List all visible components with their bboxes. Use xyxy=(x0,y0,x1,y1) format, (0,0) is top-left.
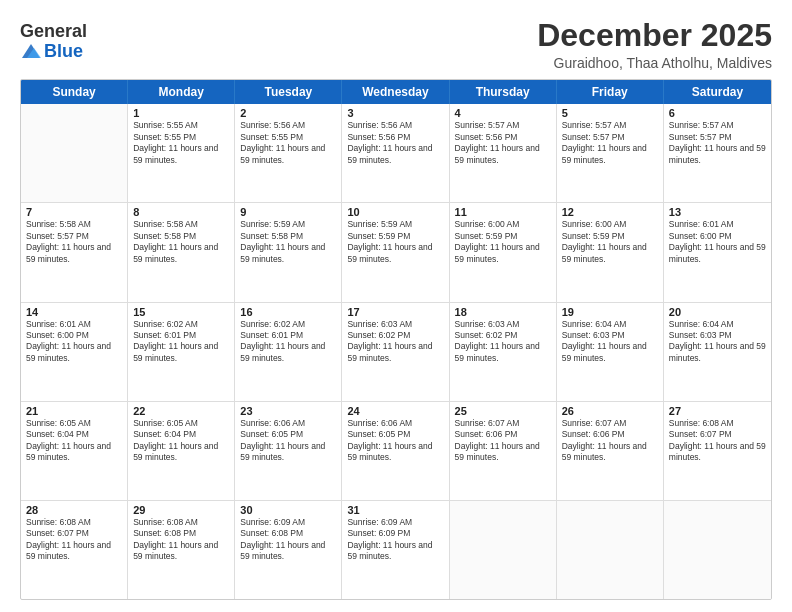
calendar-row: 1 Sunrise: 5:55 AMSunset: 5:55 PMDayligh… xyxy=(21,104,771,203)
table-row: 12 Sunrise: 6:00 AMSunset: 5:59 PMDaylig… xyxy=(557,203,664,301)
day-number: 12 xyxy=(562,206,658,218)
cell-info: Sunrise: 6:06 AMSunset: 6:05 PMDaylight:… xyxy=(347,418,432,462)
cell-info: Sunrise: 6:05 AMSunset: 6:04 PMDaylight:… xyxy=(26,418,111,462)
cell-info: Sunrise: 6:04 AMSunset: 6:03 PMDaylight:… xyxy=(562,319,647,363)
cell-info: Sunrise: 5:57 AMSunset: 5:56 PMDaylight:… xyxy=(455,120,540,164)
calendar-body: 1 Sunrise: 5:55 AMSunset: 5:55 PMDayligh… xyxy=(21,104,771,599)
cell-info: Sunrise: 6:02 AMSunset: 6:01 PMDaylight:… xyxy=(240,319,325,363)
table-row xyxy=(450,501,557,599)
table-row: 15 Sunrise: 6:02 AMSunset: 6:01 PMDaylig… xyxy=(128,303,235,401)
table-row xyxy=(21,104,128,202)
table-row: 23 Sunrise: 6:06 AMSunset: 6:05 PMDaylig… xyxy=(235,402,342,500)
cell-info: Sunrise: 5:56 AMSunset: 5:55 PMDaylight:… xyxy=(240,120,325,164)
cell-info: Sunrise: 5:58 AMSunset: 5:57 PMDaylight:… xyxy=(26,219,111,263)
day-number: 17 xyxy=(347,306,443,318)
cell-info: Sunrise: 6:08 AMSunset: 6:07 PMDaylight:… xyxy=(669,418,766,462)
table-row: 25 Sunrise: 6:07 AMSunset: 6:06 PMDaylig… xyxy=(450,402,557,500)
table-row: 31 Sunrise: 6:09 AMSunset: 6:09 PMDaylig… xyxy=(342,501,449,599)
cell-info: Sunrise: 5:55 AMSunset: 5:55 PMDaylight:… xyxy=(133,120,218,164)
day-header: Sunday xyxy=(21,80,128,104)
logo-blue-text: Blue xyxy=(20,40,83,62)
day-number: 2 xyxy=(240,107,336,119)
table-row: 24 Sunrise: 6:06 AMSunset: 6:05 PMDaylig… xyxy=(342,402,449,500)
day-number: 1 xyxy=(133,107,229,119)
cell-info: Sunrise: 6:04 AMSunset: 6:03 PMDaylight:… xyxy=(669,319,766,363)
table-row: 22 Sunrise: 6:05 AMSunset: 6:04 PMDaylig… xyxy=(128,402,235,500)
table-row: 29 Sunrise: 6:08 AMSunset: 6:08 PMDaylig… xyxy=(128,501,235,599)
table-row: 7 Sunrise: 5:58 AMSunset: 5:57 PMDayligh… xyxy=(21,203,128,301)
logo: General Blue xyxy=(20,22,87,62)
logo-blue-label: Blue xyxy=(44,42,83,60)
day-number: 15 xyxy=(133,306,229,318)
calendar-row: 21 Sunrise: 6:05 AMSunset: 6:04 PMDaylig… xyxy=(21,402,771,501)
table-row: 28 Sunrise: 6:08 AMSunset: 6:07 PMDaylig… xyxy=(21,501,128,599)
day-number: 9 xyxy=(240,206,336,218)
cell-info: Sunrise: 6:01 AMSunset: 6:00 PMDaylight:… xyxy=(26,319,111,363)
table-row: 26 Sunrise: 6:07 AMSunset: 6:06 PMDaylig… xyxy=(557,402,664,500)
day-header: Saturday xyxy=(664,80,771,104)
table-row: 16 Sunrise: 6:02 AMSunset: 6:01 PMDaylig… xyxy=(235,303,342,401)
day-number: 25 xyxy=(455,405,551,417)
calendar-header: SundayMondayTuesdayWednesdayThursdayFrid… xyxy=(21,80,771,104)
day-number: 20 xyxy=(669,306,766,318)
table-row: 8 Sunrise: 5:58 AMSunset: 5:58 PMDayligh… xyxy=(128,203,235,301)
day-number: 21 xyxy=(26,405,122,417)
table-row: 19 Sunrise: 6:04 AMSunset: 6:03 PMDaylig… xyxy=(557,303,664,401)
header-right: December 2025 Guraidhoo, Thaa Atholhu, M… xyxy=(537,18,772,71)
table-row: 4 Sunrise: 5:57 AMSunset: 5:56 PMDayligh… xyxy=(450,104,557,202)
day-number: 3 xyxy=(347,107,443,119)
cell-info: Sunrise: 6:03 AMSunset: 6:02 PMDaylight:… xyxy=(347,319,432,363)
day-header: Friday xyxy=(557,80,664,104)
day-number: 4 xyxy=(455,107,551,119)
day-number: 5 xyxy=(562,107,658,119)
table-row xyxy=(557,501,664,599)
day-header: Wednesday xyxy=(342,80,449,104)
day-number: 30 xyxy=(240,504,336,516)
table-row: 17 Sunrise: 6:03 AMSunset: 6:02 PMDaylig… xyxy=(342,303,449,401)
table-row: 20 Sunrise: 6:04 AMSunset: 6:03 PMDaylig… xyxy=(664,303,771,401)
day-number: 7 xyxy=(26,206,122,218)
location: Guraidhoo, Thaa Atholhu, Maldives xyxy=(537,55,772,71)
cell-info: Sunrise: 6:02 AMSunset: 6:01 PMDaylight:… xyxy=(133,319,218,363)
calendar: SundayMondayTuesdayWednesdayThursdayFrid… xyxy=(20,79,772,600)
table-row: 2 Sunrise: 5:56 AMSunset: 5:55 PMDayligh… xyxy=(235,104,342,202)
cell-info: Sunrise: 5:56 AMSunset: 5:56 PMDaylight:… xyxy=(347,120,432,164)
cell-info: Sunrise: 6:07 AMSunset: 6:06 PMDaylight:… xyxy=(455,418,540,462)
cell-info: Sunrise: 6:05 AMSunset: 6:04 PMDaylight:… xyxy=(133,418,218,462)
day-number: 28 xyxy=(26,504,122,516)
table-row: 3 Sunrise: 5:56 AMSunset: 5:56 PMDayligh… xyxy=(342,104,449,202)
day-number: 14 xyxy=(26,306,122,318)
day-number: 31 xyxy=(347,504,443,516)
table-row: 30 Sunrise: 6:09 AMSunset: 6:08 PMDaylig… xyxy=(235,501,342,599)
day-header: Monday xyxy=(128,80,235,104)
cell-info: Sunrise: 6:00 AMSunset: 5:59 PMDaylight:… xyxy=(455,219,540,263)
day-number: 10 xyxy=(347,206,443,218)
day-header: Thursday xyxy=(450,80,557,104)
table-row: 18 Sunrise: 6:03 AMSunset: 6:02 PMDaylig… xyxy=(450,303,557,401)
day-number: 19 xyxy=(562,306,658,318)
day-number: 27 xyxy=(669,405,766,417)
calendar-row: 14 Sunrise: 6:01 AMSunset: 6:00 PMDaylig… xyxy=(21,303,771,402)
table-row xyxy=(664,501,771,599)
table-row: 27 Sunrise: 6:08 AMSunset: 6:07 PMDaylig… xyxy=(664,402,771,500)
day-number: 22 xyxy=(133,405,229,417)
cell-info: Sunrise: 6:09 AMSunset: 6:09 PMDaylight:… xyxy=(347,517,432,561)
cell-info: Sunrise: 6:08 AMSunset: 6:08 PMDaylight:… xyxy=(133,517,218,561)
table-row: 6 Sunrise: 5:57 AMSunset: 5:57 PMDayligh… xyxy=(664,104,771,202)
day-number: 23 xyxy=(240,405,336,417)
day-number: 29 xyxy=(133,504,229,516)
cell-info: Sunrise: 6:09 AMSunset: 6:08 PMDaylight:… xyxy=(240,517,325,561)
cell-info: Sunrise: 6:03 AMSunset: 6:02 PMDaylight:… xyxy=(455,319,540,363)
cell-info: Sunrise: 5:58 AMSunset: 5:58 PMDaylight:… xyxy=(133,219,218,263)
table-row: 1 Sunrise: 5:55 AMSunset: 5:55 PMDayligh… xyxy=(128,104,235,202)
cell-info: Sunrise: 6:08 AMSunset: 6:07 PMDaylight:… xyxy=(26,517,111,561)
month-title: December 2025 xyxy=(537,18,772,53)
day-number: 16 xyxy=(240,306,336,318)
cell-info: Sunrise: 5:57 AMSunset: 5:57 PMDaylight:… xyxy=(669,120,766,164)
day-header: Tuesday xyxy=(235,80,342,104)
day-number: 26 xyxy=(562,405,658,417)
table-row: 9 Sunrise: 5:59 AMSunset: 5:58 PMDayligh… xyxy=(235,203,342,301)
day-number: 24 xyxy=(347,405,443,417)
cell-info: Sunrise: 6:01 AMSunset: 6:00 PMDaylight:… xyxy=(669,219,766,263)
cell-info: Sunrise: 6:00 AMSunset: 5:59 PMDaylight:… xyxy=(562,219,647,263)
